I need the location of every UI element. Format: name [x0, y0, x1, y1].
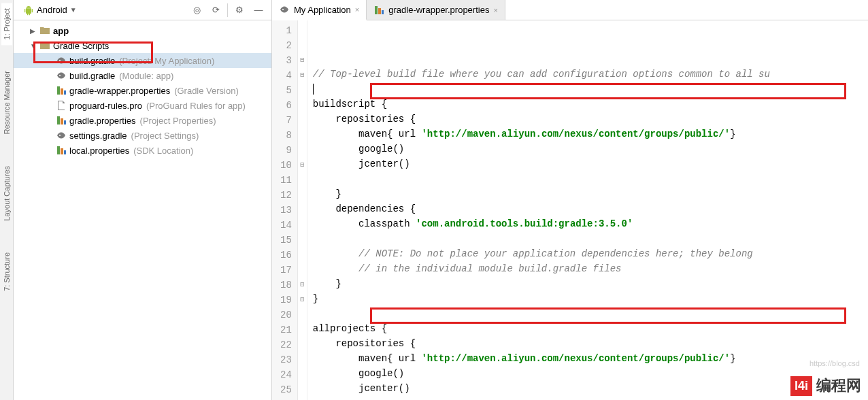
gear-icon[interactable]: ⚙ [232, 3, 247, 18]
tree-label: gradle-wrapper.properties [69, 86, 170, 96]
tab-label: My Application [294, 5, 351, 15]
side-tab[interactable]: Layout Captures [1, 161, 12, 227]
code-line[interactable]: // in the individual module build.gradle… [313, 261, 868, 276]
code-line[interactable]: dependencies { [313, 201, 868, 216]
folder-icon [39, 25, 50, 36]
fold-toggle [298, 203, 307, 218]
gradle-icon [56, 130, 67, 141]
tree-suffix: (SDK Location) [133, 146, 193, 156]
svg-rect-4 [64, 90, 66, 95]
fold-column[interactable]: ⊟⊟⊟⊟⊟ [298, 20, 307, 400]
fold-toggle [298, 233, 307, 248]
code-line[interactable]: maven{ url 'http://maven.aliyun.com/nexu… [313, 127, 868, 141]
code-line[interactable]: } [313, 291, 868, 306]
tree-suffix: (Module: app) [119, 71, 173, 81]
close-icon[interactable]: × [355, 5, 359, 14]
dropdown-label: Android [37, 5, 67, 15]
svg-rect-2 [57, 86, 60, 95]
project-tree[interactable]: ▶app▼Gradle Scriptsbuild.gradle (Project… [14, 20, 271, 400]
tab-label: gradle-wrapper.properties [388, 5, 489, 15]
svg-rect-10 [61, 148, 63, 154]
code-line[interactable] [313, 231, 868, 246]
code-line[interactable]: jcenter() [313, 156, 868, 171]
fold-toggle[interactable]: ⊟ [298, 293, 307, 307]
gradle-icon [56, 70, 67, 81]
tree-label: gradle.properties [69, 116, 136, 126]
tree-item[interactable]: build.gradle (Module: app) [14, 68, 271, 83]
tree-item[interactable]: proguard-rules.pro (ProGuard Rules for a… [14, 98, 271, 113]
svg-point-8 [59, 135, 61, 136]
project-toolbar: Android ▼ ◎ ⟳ ⚙ — [14, 0, 271, 20]
props-icon [56, 115, 67, 126]
code-line[interactable]: repositories { [313, 112, 868, 127]
project-panel: Android ▼ ◎ ⟳ ⚙ — ▶app▼Gradle Scriptsbui… [14, 0, 272, 400]
code-line[interactable]: google() [313, 366, 868, 381]
code-line[interactable] [313, 306, 868, 321]
svg-rect-11 [64, 150, 66, 154]
code-line[interactable]: } [313, 186, 868, 201]
code-line[interactable] [313, 82, 868, 97]
fold-toggle [298, 128, 307, 143]
code-editor[interactable]: 1234567891011121314151617181920212223242… [272, 20, 868, 400]
fold-toggle [298, 113, 307, 128]
watermark-badge: l4i [790, 376, 812, 396]
watermark-text: 编程网 [816, 376, 861, 396]
side-tab[interactable]: Resource Manager [1, 65, 12, 140]
fold-toggle [298, 337, 307, 352]
line-gutter: 1234567891011121314151617181920212223242… [272, 20, 298, 400]
side-tab[interactable]: 1: Project [1, 3, 12, 45]
fold-toggle[interactable]: ⊟ [298, 68, 307, 83]
editor-tab[interactable]: My Application× [272, 0, 367, 20]
fold-toggle [298, 83, 307, 98]
tree-item[interactable]: gradle-wrapper.properties (Gradle Versio… [14, 83, 271, 98]
fold-toggle[interactable]: ⊟ [298, 53, 307, 68]
sync-icon[interactable]: ⟳ [208, 3, 223, 18]
code-line[interactable]: jcenter() [313, 381, 868, 396]
tree-suffix: (Project Settings) [131, 131, 199, 141]
tree-item[interactable]: settings.gradle (Project Settings) [14, 128, 271, 143]
tree-label: build.gradle [69, 56, 115, 66]
tree-item[interactable]: local.properties (SDK Location) [14, 143, 271, 158]
props-icon [56, 145, 67, 156]
fold-toggle [298, 352, 307, 367]
fold-toggle [298, 218, 307, 233]
side-tab[interactable]: 7: Structure [1, 247, 12, 297]
code-line[interactable] [313, 171, 868, 186]
tree-item[interactable]: gradle.properties (Project Properties) [14, 113, 271, 128]
props-icon [56, 85, 67, 96]
tree-arrow-icon[interactable]: ▶ [30, 27, 37, 35]
tree-item[interactable]: ▶app [14, 23, 271, 38]
side-tab-bar: 1: ProjectResource ManagerLayout Capture… [0, 0, 14, 400]
folder-icon [39, 40, 50, 51]
svg-rect-5 [57, 116, 60, 124]
collapse-icon[interactable]: — [251, 3, 266, 18]
code-line[interactable] [313, 396, 868, 400]
svg-point-1 [59, 75, 61, 76]
tree-suffix: (Gradle Version) [174, 86, 239, 96]
code-line[interactable]: maven{ url 'http://maven.aliyun.com/nexu… [313, 351, 868, 366]
fold-toggle[interactable]: ⊟ [298, 278, 307, 293]
code-line[interactable]: } [313, 276, 868, 291]
code-area[interactable]: // Top-level build file where you can ad… [307, 20, 868, 400]
tree-item[interactable]: ▼Gradle Scripts [14, 38, 271, 53]
fold-toggle [298, 367, 307, 382]
tree-item[interactable]: build.gradle (Project: My Application) [14, 53, 271, 68]
gradle-icon [56, 55, 67, 66]
code-line[interactable]: // Top-level build file where you can ad… [313, 67, 868, 82]
tree-arrow-icon[interactable]: ▼ [30, 42, 37, 50]
code-line[interactable]: // NOTE: Do not place your application d… [313, 246, 868, 261]
editor-tab[interactable]: gradle-wrapper.properties× [367, 0, 505, 20]
fold-toggle [298, 23, 307, 38]
editor-panel: My Application×gradle-wrapper.properties… [272, 0, 868, 400]
view-mode-dropdown[interactable]: Android ▼ [19, 3, 81, 17]
fold-toggle[interactable]: ⊟ [298, 158, 307, 173]
close-icon[interactable]: × [493, 6, 497, 14]
tree-suffix: (Project: My Application) [119, 56, 214, 66]
tree-label: Gradle Scripts [53, 41, 109, 51]
code-line[interactable]: repositories { [313, 336, 868, 351]
code-line[interactable]: google() [313, 141, 868, 156]
target-icon[interactable]: ◎ [189, 3, 204, 18]
code-line[interactable]: buildscript { [313, 97, 868, 112]
code-line[interactable]: classpath 'com.android.tools.build:gradl… [313, 216, 868, 231]
code-line[interactable]: allprojects { [313, 321, 868, 336]
